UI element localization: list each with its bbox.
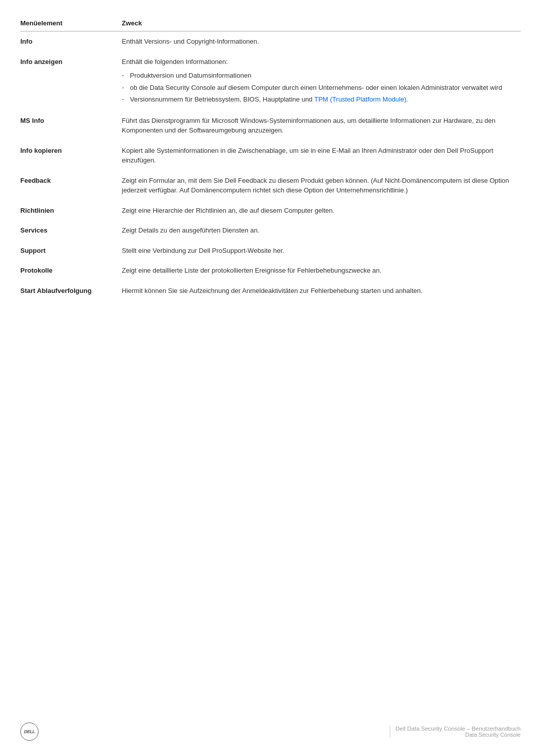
table-row: Start AblaufverfolgungHiermit können Sie… [20,281,521,301]
page-footer: DELL Dell Data Security Console – Benutz… [0,722,541,741]
table-row: RichtlinienZeigt eine Hierarchie der Ric… [20,201,521,221]
table-row: Info kopierenKopiert alle Systeminformat… [20,141,521,171]
table-row: InfoEnthält Versions- und Copyright-Info… [20,31,521,52]
table-row: ProtokolleZeigt eine detaillierte Liste … [20,260,521,281]
desc-cell-protokolle: Zeigt eine detaillierte Liste der protok… [122,260,521,281]
term-cell-protokolle: Protokolle [20,260,122,281]
term-cell-info-anzeigen: Info anzeigen [20,52,122,111]
footer-line2: Data Security Console [395,732,521,738]
term-cell-info: Info [20,31,122,52]
desc-cell-support: Stellt eine Verbindung zur Dell ProSuppo… [122,241,521,261]
desc-cell-info-kopieren: Kopiert alle Systeminformationen in die … [122,141,521,171]
column-header-purpose: Zweck [122,15,521,31]
table-row: Info anzeigenEnthält die folgenden Infor… [20,52,521,111]
table-row: FeedbackZeigt ein Formular an, mit dem S… [20,171,521,201]
table-row: MS InfoFührt das Dienstprogramm für Micr… [20,111,521,141]
term-cell-start-ablaufverfolgung: Start Ablaufverfolgung [20,281,122,301]
desc-cell-start-ablaufverfolgung: Hiermit können Sie sie Aufzeichnung der … [122,281,521,301]
footer-line1: Dell Data Security Console – Benutzerhan… [395,726,521,732]
bullet-item: Produktversion und Datumsinformationen [122,70,516,82]
dell-logo: DELL [20,722,39,741]
bullet-item: ob die Data Security Console auf diesem … [122,82,516,94]
desc-cell-ms-info: Führt das Dienstprogramm für Microsoft W… [122,111,521,141]
table-row: SupportStellt eine Verbindung zur Dell P… [20,241,521,261]
term-cell-richtlinien: Richtlinien [20,201,122,221]
tpm-link[interactable]: TPM (Trusted Platform Module). [314,95,408,103]
footer-text: Dell Data Security Console – Benutzerhan… [390,726,521,738]
table-row: ServicesZeigt Details zu den ausgeführte… [20,220,521,241]
term-cell-services: Services [20,220,122,241]
desc-cell-info: Enthält Versions- und Copyright-Informat… [122,31,521,52]
term-cell-feedback: Feedback [20,171,122,201]
bullet-item: Versionsnummern für Betriebssystem, BIOS… [122,93,516,106]
desc-cell-richtlinien: Zeigt eine Hierarchie der Richtlinien an… [122,201,521,221]
term-cell-info-kopieren: Info kopieren [20,141,122,171]
column-header-term: Menüelement [20,15,122,31]
desc-cell-services: Zeigt Details zu den ausgeführten Dienst… [122,220,521,241]
desc-cell-info-anzeigen: Enthält die folgenden Informationen:Prod… [122,52,521,111]
desc-cell-feedback: Zeigt ein Formular an, mit dem Sie Dell … [122,171,521,201]
term-cell-support: Support [20,241,122,261]
term-cell-ms-info: MS Info [20,111,122,141]
